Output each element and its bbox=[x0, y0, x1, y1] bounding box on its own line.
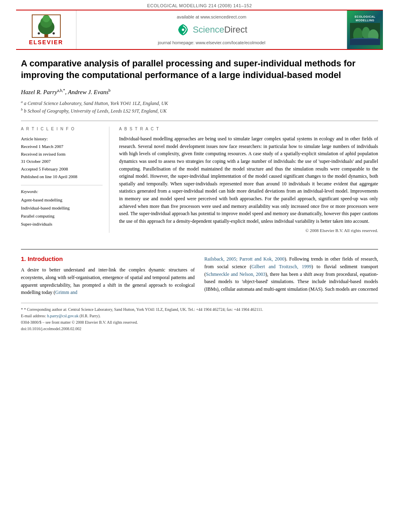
article-info-label: A R T I C L E I N F O bbox=[21, 127, 103, 131]
article-history: Article history: Received 1 March 2007 R… bbox=[21, 135, 103, 180]
section-number: 1. bbox=[21, 255, 26, 262]
history-label: Article history: bbox=[21, 135, 103, 143]
svg-point-7 bbox=[182, 29, 184, 31]
email-name: (H.R. Parry). bbox=[80, 314, 101, 318]
top-banner: ELSEVIER available at www.sciencedirect.… bbox=[16, 10, 383, 50]
available-text: available at www.sciencedirect.com bbox=[177, 14, 246, 19]
author-evans-sup: b bbox=[109, 88, 111, 92]
gilbert-ref[interactable]: Gilbert and Troitzsch, 1999 bbox=[251, 264, 311, 269]
page-wrapper: ECOLOGICAL MODELLING 214 (2008) 141–152 … bbox=[0, 0, 399, 332]
svg-point-6 bbox=[52, 32, 55, 35]
svg-point-5 bbox=[37, 32, 40, 35]
abstract-label: A B S T R A C T bbox=[119, 127, 378, 131]
corresponding-text: * Corresponding author at: Central Scien… bbox=[24, 307, 263, 312]
cover-image-icon bbox=[350, 23, 380, 45]
elsevier-label: ELSEVIER bbox=[29, 39, 63, 45]
accepted-date: Accepted 5 February 2008 bbox=[21, 165, 103, 173]
affiliations: a a Central Science Laboratory, Sand Hut… bbox=[21, 100, 378, 114]
abstract-text: Individual-based modelling approaches ar… bbox=[119, 135, 378, 225]
abstract-col: A B S T R A C T Individual-based modelli… bbox=[119, 127, 378, 233]
affiliation-b: b b School of Geography, University of L… bbox=[21, 107, 378, 114]
keywords-label: Keywords: bbox=[21, 189, 103, 194]
railsback-ref[interactable]: Railsback, 2005; Parrott and Kok, 2000 bbox=[204, 256, 284, 262]
email-link[interactable]: h.parry@csl.gov.uk bbox=[47, 314, 78, 318]
email-label: E-mail address: bbox=[21, 314, 46, 318]
keyword-2: Individual-based modelling bbox=[21, 204, 103, 212]
keyword-3: Parallel computing bbox=[21, 212, 103, 220]
intro-left-col: 1. Introduction A desire to better under… bbox=[21, 255, 195, 296]
intro-heading: Introduction bbox=[28, 255, 63, 262]
journal-homepage: journal homepage: www.elsevier.com/locat… bbox=[158, 40, 265, 45]
issn-line: 0304-3800/$ – see front matter © 2008 El… bbox=[21, 319, 378, 326]
affil-a-text: a Central Science Laboratory, Sand Hutto… bbox=[24, 101, 168, 106]
grimm-ref[interactable]: Grimm and bbox=[55, 290, 77, 295]
journal-title-header: ECOLOGICAL MODELLING 214 (2008) 141–152 bbox=[147, 3, 252, 8]
doi-line: doi:10.1016/j.ecolmodel.2008.02.002 bbox=[21, 326, 378, 332]
eco-cover: ECOLOGICALMODELLING bbox=[347, 10, 383, 49]
introduction-section: 1. Introduction A desire to better under… bbox=[21, 249, 378, 296]
revised-date: 31 October 2007 bbox=[21, 158, 103, 165]
info-abstract-columns: A R T I C L E I N F O Article history: R… bbox=[21, 121, 378, 233]
keyword-4: Super-individuals bbox=[21, 220, 103, 228]
corresponding-footnote: * * Corresponding author at: Central Sci… bbox=[21, 306, 378, 313]
main-content: A comparative analysis of parallel proce… bbox=[0, 50, 399, 249]
footnotes: * * Corresponding author at: Central Sci… bbox=[21, 303, 378, 332]
sciencedirect-logo: ScienceDirect bbox=[176, 23, 247, 37]
email-footnote: E-mail address: h.parry@csl.gov.uk (H.R.… bbox=[21, 313, 378, 319]
intro-left-text: A desire to better understand and inter-… bbox=[21, 266, 195, 296]
sciencedirect-icon bbox=[176, 23, 190, 37]
keyword-1: Agent-based modelling bbox=[21, 196, 103, 204]
sd-science: Science bbox=[193, 25, 224, 35]
center-links: available at www.sciencedirect.com Scien… bbox=[76, 10, 347, 49]
sd-text: ScienceDirect bbox=[193, 25, 247, 35]
author-hazel-sup: a,b,* bbox=[57, 88, 65, 92]
sd-direct: Direct bbox=[224, 25, 247, 35]
footnote-star: * bbox=[21, 307, 24, 312]
copyright-line: © 2008 Elsevier B.V. All rights reserved… bbox=[119, 228, 378, 233]
intro-right-text: Railsback, 2005; Parrott and Kok, 2000).… bbox=[204, 255, 378, 293]
affil-b-sup: b bbox=[21, 107, 23, 111]
affil-b-text: b School of Geography, University of Lee… bbox=[24, 108, 167, 114]
article-title: A comparative analysis of parallel proce… bbox=[21, 58, 378, 81]
keywords-section: Keywords: Agent-based modelling Individu… bbox=[21, 185, 103, 228]
affil-a-sup: a bbox=[21, 100, 23, 104]
intro-right-col: Railsback, 2005; Parrott and Kok, 2000).… bbox=[204, 255, 378, 296]
eco-cover-title: ECOLOGICALMODELLING bbox=[354, 14, 376, 23]
author-hazel: Hazel R. Parry bbox=[21, 89, 57, 95]
intro-two-col: 1. Introduction A desire to better under… bbox=[21, 255, 378, 296]
elsevier-logo: ELSEVIER bbox=[16, 10, 76, 49]
received-revised-label: Received in revised form bbox=[21, 150, 103, 158]
published-date: Published on line 10 April 2008 bbox=[21, 173, 103, 181]
intro-title: 1. Introduction bbox=[21, 255, 195, 262]
received-1: Received 1 March 2007 bbox=[21, 143, 103, 150]
affiliation-a: a a Central Science Laboratory, Sand Hut… bbox=[21, 100, 378, 107]
elsevier-tree-icon bbox=[30, 14, 62, 38]
schmeeckle-ref[interactable]: Schmeeckle and Nelson, 2003 bbox=[206, 271, 265, 277]
article-info-col: A R T I C L E I N F O Article history: R… bbox=[21, 127, 109, 233]
authors-line: Hazel R. Parrya,b,*, Andrew J. Evansb bbox=[21, 88, 378, 96]
svg-point-3 bbox=[42, 15, 49, 22]
author-separator: , Andrew J. Evans bbox=[65, 89, 109, 95]
journal-header: ECOLOGICAL MODELLING 214 (2008) 141–152 bbox=[0, 0, 399, 10]
svg-rect-12 bbox=[350, 39, 380, 45]
